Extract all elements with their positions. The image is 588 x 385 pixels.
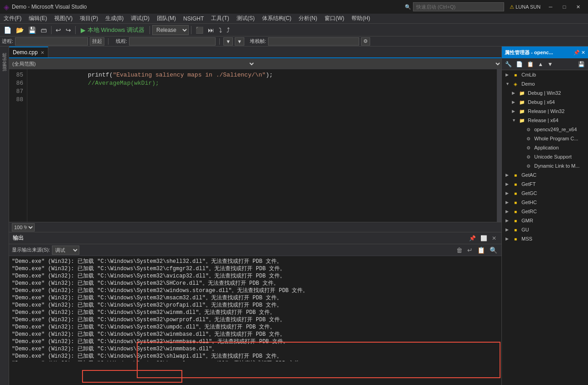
sep3 [150,26,150,34]
tree-item[interactable]: ▶ ■ GU [502,225,588,234]
prop-save-button[interactable]: 💾 [577,61,586,68]
prop-tool-1[interactable]: 🔧 [504,61,513,68]
tree-item[interactable]: ⚙ Unicode Support [502,152,588,161]
prop-tool-3[interactable]: 📋 [526,61,535,68]
prop-tool-up[interactable]: ▲ [536,61,545,68]
tree-type-icon: 📁 [518,108,526,115]
tree-item[interactable]: ▶ 📁 Debug | Win32 [502,88,588,98]
tree-item[interactable]: ▶ ■ GetRC [502,207,588,216]
scope-dropdown[interactable]: (全局范围) [9,59,255,69]
sidebar-icon-1[interactable]: 解 [0,48,9,50]
menu-tools[interactable]: 工具(T) [207,14,232,23]
zoom-row: 100 % [9,222,501,232]
quick-launch-input[interactable] [413,2,504,11]
menu-nsight[interactable]: NSIGHT [180,14,207,23]
menu-file[interactable]: 文件(F) [0,14,25,23]
tab-democpp[interactable]: Demo.cpp ✕ [9,46,48,57]
tree-item[interactable]: ▶ 📁 Debug | x64 [502,98,588,107]
undo-button[interactable]: ↩ [54,25,63,35]
output-copy-button[interactable]: 📋 [476,246,486,254]
prop-tool-2[interactable]: 📄 [515,61,524,68]
sidebar-icon-3[interactable]: 方 [0,54,9,56]
tree-expand: ▶ [505,200,511,205]
tree-type-icon: ■ [512,190,519,197]
minimize-button[interactable]: ─ [544,2,557,11]
maximize-button[interactable]: □ [558,2,571,11]
tree-item[interactable]: ▼ 📁 Release | x64 [502,116,588,125]
output-close-button[interactable]: ✕ [490,235,498,242]
menu-team[interactable]: 团队(M) [153,14,180,23]
output-pin-button[interactable]: 📌 [468,235,477,242]
tree-type-icon: ■ [512,199,519,206]
tree-item[interactable]: ▶ ■ GMR [502,216,588,225]
menu-arch[interactable]: 体系结构(C) [258,14,295,23]
function-dropdown[interactable] [255,59,501,69]
zoom-select[interactable]: 100 % [12,223,35,231]
stack-label: 堆栈帧: [250,38,266,45]
output-line: "Demo.exe" (Win32): 已加载 "C:\Windows\Syst… [12,338,499,345]
close-button[interactable]: ✕ [572,2,584,11]
menu-edit[interactable]: 编辑(E) [25,14,51,23]
menu-window[interactable]: 窗口(W) [321,14,348,23]
new-project-button[interactable]: 📄 [2,25,13,35]
step-into-button[interactable]: ⤵ [217,25,224,35]
prop-tool-down[interactable]: ▼ [546,61,554,68]
sidebar-icon-5[interactable]: 资 [0,59,9,61]
tree-item[interactable]: ▼ ◈ Demo [502,79,588,88]
save-button[interactable]: 💾 [26,25,38,35]
stack-input[interactable] [268,37,359,46]
step-out-button[interactable]: ⤴ [225,25,232,35]
redo-button[interactable]: ↪ [64,25,73,35]
tree-expand: ▶ [505,236,511,241]
tree-item[interactable]: ▶ ■ GetFT [502,180,588,189]
tree-item[interactable]: ▶ 📁 Release | Win32 [502,107,588,116]
run-debug-button[interactable]: ▶ 本地 Windows 调试器 [78,25,147,35]
tree-item[interactable]: ▶ ■ GetHC [502,198,588,207]
stack-filter-btn[interactable]: ⚙ [361,37,370,46]
menu-help[interactable]: 帮助(H) [348,14,374,23]
output-float-button[interactable]: ⬜ [479,235,489,242]
tree-item[interactable]: ⚙ opencv249_re_x64 [502,125,588,134]
editor-scrollbar[interactable] [497,69,501,222]
tree-item[interactable]: ▶ ■ GetGC [502,189,588,198]
output-wrap-button[interactable]: ↵ [466,246,474,254]
save-all-button[interactable]: 🗃 [39,25,49,35]
menu-project[interactable]: 项目(P) [76,14,102,23]
thread-input[interactable] [129,37,216,46]
sidebar-icon-2[interactable]: 决 [0,51,9,53]
filter2-button[interactable]: ▼ [235,37,244,46]
sidebar-icon-4[interactable]: 案 [0,56,9,58]
sidebar-icon-6[interactable]: 源 [0,62,9,64]
source-select[interactable]: 调试 [52,246,79,255]
code-area: Demo.cpp ✕ (全局范围) 85 86 87 88 [9,46,501,385]
menu-build[interactable]: 生成(B) [102,14,127,23]
tree-item[interactable]: ▶ ■ MSS [502,234,588,243]
code-editor[interactable]: 85 86 87 88 printf("Evaluating saliency … [9,69,501,222]
prop-close-button[interactable]: ✕ [581,50,585,56]
config-dropdown[interactable]: Release Debug [152,25,189,35]
output-header: 输出 📌 ⬜ ✕ [9,232,501,244]
menu-view[interactable]: 视图(V) [51,14,76,23]
prop-pin-button[interactable]: 📌 [573,50,580,56]
tree-item[interactable]: ▶ ■ GetAC [502,170,588,180]
menu-debug[interactable]: 调试(D) [127,14,153,23]
output-clear-button[interactable]: 🗑 [455,246,464,254]
tree-item[interactable]: ▶ ■ CmLib [502,70,588,79]
output-find-button[interactable]: 🔍 [488,246,499,254]
breakpoint-button[interactable]: ⬛ [194,25,205,35]
tree-item[interactable]: ⚙ Whole Program C... [502,134,588,143]
tree-item[interactable]: ⚙ Application [502,143,588,152]
filter-button[interactable]: ▼ [223,37,233,46]
output-content[interactable]: "Demo.exe" (Win32): 已加载 "C:\Windows\Syst… [9,256,501,361]
tree-item[interactable]: ⚙ Dynamic Link to M... [502,161,588,170]
properties-tree[interactable]: ▶ ■ CmLib ▼ ◈ Demo ▶ 📁 Debug | Win32 ▶ 📁… [502,70,588,385]
tab-close-icon[interactable]: ✕ [41,50,44,55]
process-input[interactable] [15,37,88,46]
menu-test[interactable]: 测试(S) [233,14,258,23]
menu-analyze[interactable]: 分析(N) [295,14,321,23]
open-file-button[interactable]: 📂 [14,25,26,35]
code-content[interactable]: printf("Evaluating saliency maps in ./Sa… [27,69,497,222]
step-button[interactable]: ⏭ [206,25,216,35]
tree-label: CmLib [521,72,536,77]
halt-button[interactable]: 挂起 [90,37,104,46]
